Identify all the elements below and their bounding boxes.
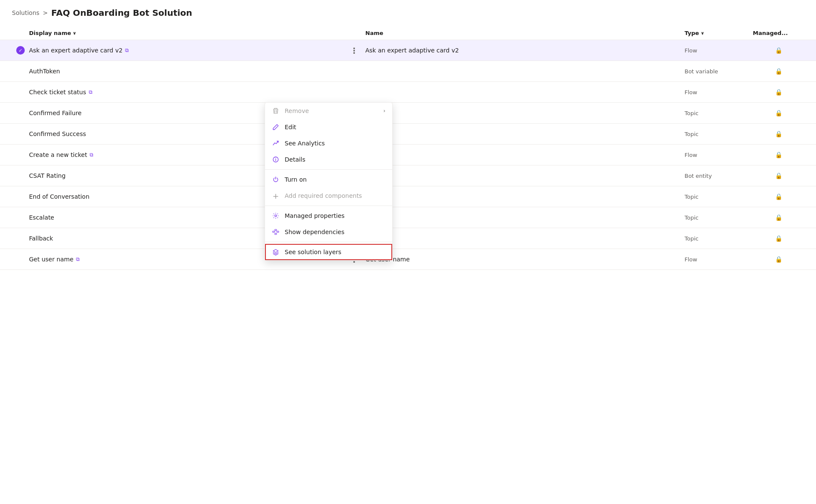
analytics-icon [272, 139, 280, 147]
table-row: AuthToken ⋮ Bot variable 🔒 [0, 61, 816, 82]
lock-cell: 🔒 [753, 193, 804, 200]
row-display-name: AuthToken [29, 68, 60, 75]
type-cell: Flow [685, 47, 753, 54]
menu-separator-2 [265, 206, 392, 206]
name-cell: Get user name [365, 256, 685, 263]
row-display-name: Get user name [29, 256, 73, 263]
table-row: ✓ Ask an expert adaptive card v2 ⧉ ⋮ Ask… [0, 40, 816, 61]
menu-item-edit[interactable]: Edit [265, 119, 392, 135]
breadcrumb: Solutions > FAQ OnBoarding Bot Solution [0, 0, 816, 22]
type-cell: Topic [685, 131, 753, 137]
row-display-name: Confirmed Success [29, 130, 86, 137]
svg-rect-7 [277, 231, 279, 232]
ext-link-icon[interactable]: ⧉ [89, 89, 93, 95]
menu-item-see-solution-layers[interactable]: See solution layers [265, 244, 392, 260]
lock-cell: 🔒 [753, 151, 804, 158]
table-row: Confirmed Failure ⋮ Topic 🔒 [0, 103, 816, 124]
menu-label-analytics: See Analytics [285, 140, 385, 147]
row-display-name: Escalate [29, 214, 54, 221]
breadcrumb-separator: > [43, 9, 48, 16]
menu-label-managed-props: Managed properties [285, 212, 385, 219]
gear-icon [272, 212, 280, 220]
menu-item-see-analytics[interactable]: See Analytics [265, 135, 392, 151]
type-cell: Topic [685, 214, 753, 221]
menu-label-turn-on: Turn on [285, 176, 385, 183]
svg-rect-6 [275, 233, 277, 235]
menu-item-managed-properties[interactable]: Managed properties [265, 208, 392, 224]
type-cell: Flow [685, 89, 753, 96]
type-cell: Bot variable [685, 68, 753, 75]
menu-item-show-dependencies[interactable]: Show dependencies [265, 224, 392, 240]
table-row: Check ticket status ⧉ ⋮ Flow 🔒 [0, 82, 816, 103]
table-row: End of Conversation ⋮ Topic 🔒 [0, 186, 816, 207]
header-more [348, 30, 365, 36]
row-display-name: Confirmed Failure [29, 110, 82, 116]
context-menu: Remove › Edit See Analytics [265, 102, 393, 261]
header-type[interactable]: Type ∨ [685, 30, 753, 36]
arrow-right-icon: › [383, 108, 385, 114]
menu-label-details: Details [285, 156, 385, 163]
header-name: Name [365, 30, 685, 36]
svg-rect-5 [275, 229, 277, 231]
row-display-name: End of Conversation [29, 193, 90, 200]
type-cell: Topic [685, 194, 753, 200]
svg-point-2 [275, 158, 276, 158]
plus-icon: + [272, 192, 280, 200]
name-cell: Fallback [365, 235, 685, 242]
power-icon [272, 176, 280, 183]
ext-link-icon[interactable]: ⧉ [90, 152, 93, 158]
sort-icon-display-name: ∨ [73, 31, 76, 35]
lock-cell: 🔒 [753, 214, 804, 221]
lock-cell: 🔒 [753, 68, 804, 75]
more-cell[interactable]: ⋮ [348, 44, 360, 56]
row-display-name: Create a new ticket [29, 151, 87, 158]
type-cell: Topic [685, 110, 753, 116]
display-name-cell: Ask an expert adaptive card v2 ⧉ [29, 47, 348, 54]
selected-check: ✓ [16, 46, 25, 55]
lock-cell: 🔒 [753, 110, 804, 116]
row-display-name: Fallback [29, 235, 53, 242]
menu-label-edit: Edit [285, 124, 385, 130]
type-cell: Bot entity [685, 173, 753, 179]
ext-link-icon[interactable]: ⧉ [76, 256, 80, 262]
display-name-cell: Check ticket status ⧉ [29, 89, 348, 96]
menu-separator-1 [265, 169, 392, 170]
table-row: Escalate ⋮ Escalate Topic 🔒 [0, 207, 816, 228]
menu-label-show-deps: Show dependencies [285, 229, 385, 235]
svg-rect-4 [273, 231, 274, 232]
display-name-cell: AuthToken [29, 68, 348, 75]
menu-label-remove: Remove [285, 107, 378, 114]
table-row: Fallback ⋮ Fallback Topic 🔒 [0, 228, 816, 249]
lock-cell: 🔒 [753, 256, 804, 263]
menu-label-solution-layers: See solution layers [285, 249, 385, 255]
menu-separator-3 [265, 242, 392, 242]
sort-icon-type: ∨ [701, 31, 704, 35]
breadcrumb-parent[interactable]: Solutions [12, 9, 39, 16]
dependencies-icon [272, 228, 280, 236]
menu-item-details[interactable]: Details [265, 151, 392, 168]
header-display-name[interactable]: Display name ∨ [29, 30, 348, 36]
ext-link-icon[interactable]: ⧉ [125, 47, 129, 53]
name-cell: Ask an expert adaptive card v2 [365, 47, 685, 54]
menu-item-turn-on[interactable]: Turn on [265, 171, 392, 188]
lock-cell: 🔒 [753, 130, 804, 137]
row-display-name: Check ticket status [29, 89, 86, 96]
menu-item-add-required[interactable]: + Add required components [265, 188, 392, 204]
svg-point-3 [275, 215, 277, 217]
table-row: Create a new ticket ⧉ ⋮ Flow 🔒 [0, 145, 816, 165]
menu-label-add-required: Add required components [285, 192, 385, 199]
type-cell: Topic [685, 235, 753, 242]
info-icon [272, 156, 280, 163]
trash-icon [272, 107, 280, 115]
row-display-name: CSAT Rating [29, 172, 66, 179]
menu-item-remove[interactable]: Remove › [265, 103, 392, 119]
row-display-name: Ask an expert adaptive card v2 [29, 47, 122, 54]
edit-icon [272, 123, 280, 131]
header-check [12, 30, 29, 36]
table-row: Get user name ⧉ ⋮ Get user name Flow 🔒 [0, 249, 816, 270]
lock-cell: 🔒 [753, 172, 804, 179]
table-row: Confirmed Success ⋮ Topic 🔒 [0, 124, 816, 145]
layers-icon [272, 248, 280, 256]
header-managed: Managed... [753, 30, 804, 36]
table-header: Display name ∨ Name Type ∨ Managed... [0, 26, 816, 40]
